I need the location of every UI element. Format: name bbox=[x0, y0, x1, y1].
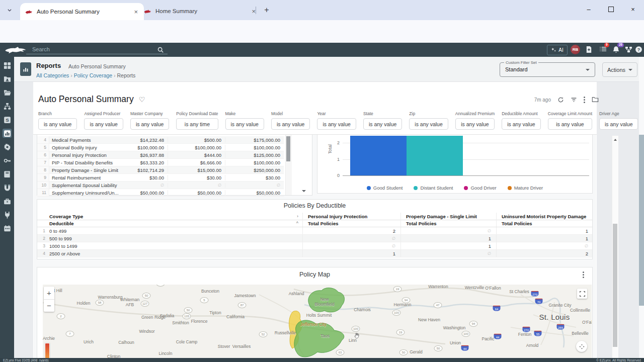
filter-value-button[interactable]: is any value bbox=[455, 118, 495, 130]
address-book-icon[interactable] bbox=[3, 169, 12, 178]
toolbox-icon[interactable] bbox=[3, 197, 12, 206]
coverage-table-row[interactable]: 11Supplementary Uninsured/Un...$50,000.0… bbox=[37, 189, 284, 197]
filter-value-button[interactable]: is any value bbox=[363, 118, 402, 130]
total-policies-header[interactable]: Total Policies bbox=[400, 220, 496, 227]
coverage-table-row[interactable]: 7PIP - Total Disability Benefits$63,333.… bbox=[37, 159, 284, 166]
filter-value-button[interactable]: is any value bbox=[317, 118, 356, 130]
refresh-icon[interactable] bbox=[557, 97, 564, 103]
chevron-right-icon[interactable]: › bbox=[297, 214, 298, 219]
filter-value-button[interactable]: is any value bbox=[225, 118, 264, 130]
filter-value-button[interactable]: is any value bbox=[84, 118, 123, 130]
column-header-property-damage-single-limit[interactable]: Property Damage - Single Limit bbox=[400, 213, 496, 220]
coverage-table-row[interactable]: 9Rental Reimbursement$30.00$30.00$30.00 bbox=[37, 174, 284, 182]
window-close-button[interactable]: × bbox=[622, 0, 644, 18]
sort-asc-icon[interactable]: ^ bbox=[296, 221, 298, 226]
filter-value-button[interactable]: is any value bbox=[38, 118, 77, 130]
deductible-row[interactable]: 2500 to 999∅11 bbox=[37, 235, 592, 242]
deductible-label: Deductible bbox=[49, 221, 74, 226]
map-zoom-in-button[interactable]: + bbox=[44, 287, 54, 299]
org-structure-icon[interactable] bbox=[3, 102, 12, 111]
browser-tab-inactive[interactable]: Home Summary × bbox=[139, 4, 262, 18]
status-environment: EZLynx Five [G05] (ANI_ryanb) bbox=[3, 358, 48, 362]
reports-icon[interactable] bbox=[3, 129, 12, 138]
filter-value-button[interactable]: is any time bbox=[176, 118, 218, 130]
global-search-input[interactable]: Search bbox=[32, 46, 50, 52]
legend-item-good-driver[interactable]: Good Driver bbox=[464, 185, 496, 191]
map-zoom-out-button[interactable]: − bbox=[44, 299, 54, 312]
deductible-row[interactable]: 42500 or Above1∅2 bbox=[37, 250, 592, 257]
filter-value-button[interactable]: is any value bbox=[599, 118, 638, 130]
table-expand-icon[interactable] bbox=[302, 190, 306, 192]
window-minimize-button[interactable]: – bbox=[578, 0, 600, 18]
window-maximize-button[interactable] bbox=[600, 0, 622, 18]
actions-button[interactable]: Actions bbox=[602, 62, 637, 77]
total-policies-header[interactable]: Total Policies bbox=[302, 220, 400, 227]
filter-model: Modelis any value bbox=[271, 111, 310, 130]
map-city-label: Collinsville bbox=[570, 308, 590, 313]
automation-machine-icon[interactable] bbox=[3, 224, 12, 233]
filter-value-button[interactable]: is any value bbox=[130, 118, 169, 130]
last-updated: 7m ago bbox=[534, 97, 551, 103]
coverage-table-row[interactable]: 8Property Damage - Single Limit$102,714.… bbox=[37, 166, 284, 174]
dashboard-scrollbar-thumb[interactable] bbox=[613, 224, 617, 347]
coverage-table-row[interactable]: 6Personal Injury Protection$26,937.88$44… bbox=[37, 151, 284, 159]
access-key-icon[interactable] bbox=[3, 156, 12, 165]
folder-icon[interactable] bbox=[592, 96, 599, 103]
page-title: Reports bbox=[36, 62, 61, 69]
total-policies-header[interactable]: Total Policies bbox=[496, 220, 593, 227]
chart-bar-good-student[interactable] bbox=[350, 136, 407, 175]
custom-filter-set-select[interactable]: Custom Filter Set Standard bbox=[500, 62, 595, 77]
gridline bbox=[343, 175, 589, 176]
legend-item-mature-driver[interactable]: Mature Driver bbox=[508, 185, 543, 191]
browser-tab-active[interactable]: Auto Personal Summary × bbox=[20, 3, 144, 20]
integrations-plug-icon[interactable] bbox=[3, 210, 12, 219]
retention-magnet-icon[interactable] bbox=[3, 183, 12, 192]
chart-bar-distant-student[interactable] bbox=[407, 136, 463, 175]
total-policies-value: ∅ bbox=[302, 242, 400, 249]
map-menu-icon[interactable] bbox=[583, 272, 584, 278]
map-city-label: St Charles bbox=[509, 290, 529, 295]
tab-close-icon[interactable]: × bbox=[133, 8, 139, 16]
map-pan-control[interactable] bbox=[576, 341, 587, 352]
filter-value-button[interactable]: is any value bbox=[271, 118, 310, 130]
map-fullscreen-button[interactable] bbox=[577, 289, 587, 299]
coverage-table-row[interactable]: 4Medical Payments$14,232.48$500.00$175,0… bbox=[37, 136, 284, 144]
filter-value-button[interactable]: is any value bbox=[409, 118, 448, 130]
client-folder-icon[interactable] bbox=[3, 74, 12, 83]
ai-button[interactable]: AI bbox=[547, 45, 568, 55]
map-city-label: Fulton bbox=[330, 285, 342, 286]
coverage-type-header: Coverage Type› bbox=[47, 214, 302, 219]
org-sitemap-icon[interactable] bbox=[625, 46, 632, 53]
deductible-row[interactable]: 10 to 4992∅1 bbox=[37, 227, 592, 235]
breadcrumb-all-categories[interactable]: All Categories bbox=[36, 72, 69, 78]
coverage-table-row[interactable]: 10Supplemental Spousal Liability∅∅∅ bbox=[37, 182, 284, 189]
column-header-personal-injury-protection[interactable]: Personal Injury Protection bbox=[302, 213, 400, 220]
filter-zip: Zipis any value bbox=[409, 111, 448, 130]
documents-folder-icon[interactable] bbox=[3, 88, 12, 97]
column-header-uninsured-motorist-property-damage[interactable]: Uninsured Motorist Property Damage bbox=[496, 213, 593, 220]
coverage-table-row[interactable]: 5Optional Bodily Injury$100,000.00$100,0… bbox=[37, 144, 284, 151]
row-number: 6 bbox=[37, 151, 49, 158]
help-icon[interactable]: ? bbox=[635, 46, 642, 53]
new-document-icon[interactable] bbox=[585, 46, 593, 53]
policy-map[interactable]: nt HillHoldenWarrensburgWhiteman AFBSeda… bbox=[43, 285, 592, 358]
search-icon[interactable] bbox=[157, 46, 164, 53]
legend-item-good-student[interactable]: Good Student bbox=[367, 185, 403, 191]
settings-gear-icon[interactable] bbox=[3, 142, 12, 151]
filter-value-button[interactable]: is any value bbox=[502, 118, 540, 130]
new-tab-button[interactable]: + bbox=[261, 5, 272, 16]
filters-toggle-icon[interactable] bbox=[571, 97, 577, 103]
row-number: 4 bbox=[37, 136, 49, 143]
breadcrumb-policy-coverage[interactable]: Policy Coverage bbox=[74, 72, 112, 78]
page-scrollbar-thumb[interactable] bbox=[639, 135, 644, 306]
filter-value-button[interactable]: is any value bbox=[548, 118, 592, 130]
tab-search-chevron-button[interactable] bbox=[4, 5, 15, 16]
table-scrollbar-thumb[interactable] bbox=[286, 136, 290, 161]
s-badge-icon[interactable]: S bbox=[3, 115, 12, 124]
deductible-row[interactable]: 31000 to 1499∅1∅ bbox=[37, 242, 592, 250]
user-avatar[interactable]: RB bbox=[571, 45, 580, 54]
dashboard-icon[interactable] bbox=[3, 61, 12, 70]
dashboard-menu-icon[interactable] bbox=[584, 97, 585, 103]
legend-item-distant-student[interactable]: Distant Student bbox=[414, 185, 453, 191]
favorite-heart-icon[interactable]: ♡ bbox=[139, 96, 145, 104]
